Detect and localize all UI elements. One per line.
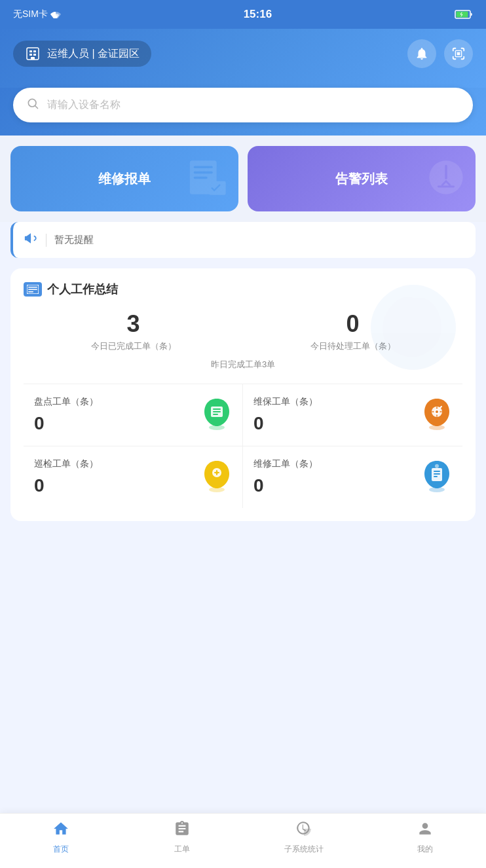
user-info[interactable]: 运维人员 | 金证园区 xyxy=(13,41,151,67)
search-placeholder: 请输入设备名称 xyxy=(47,98,460,112)
notice-divider xyxy=(46,234,47,247)
bottom-nav: 首页 工单 子系统统计 我的 xyxy=(0,813,486,868)
header: 运维人员 | 金证园区 xyxy=(0,29,486,88)
svg-rect-6 xyxy=(29,54,32,56)
inspection-icon xyxy=(202,458,232,496)
nav-stats-label: 子系统统计 xyxy=(284,844,324,855)
user-role-location: 运维人员 | 金证园区 xyxy=(47,47,140,61)
carrier-text: 无SIM卡 xyxy=(13,9,61,20)
notice-text: 暂无提醒 xyxy=(54,234,94,246)
alert-card[interactable]: 告警列表 xyxy=(248,146,476,211)
action-cards: 维修报单 告警列表 xyxy=(0,136,486,222)
nav-mine-label: 我的 xyxy=(417,844,433,855)
alert-label: 告警列表 xyxy=(335,170,388,188)
svg-rect-26 xyxy=(213,414,218,415)
svg-point-33 xyxy=(215,471,218,474)
building-icon xyxy=(25,46,41,62)
search-icon xyxy=(26,97,39,113)
work-summary-title-text: 个人工作总结 xyxy=(47,281,118,297)
workorder-icon xyxy=(174,820,191,841)
repair-order-icon xyxy=(422,458,452,496)
work-summary-card: 个人工作总结 3 今日已完成工单（条） 0 今日待处理工单（条） 昨日完成工单3… xyxy=(10,268,476,521)
scan-button[interactable] xyxy=(444,39,473,68)
svg-rect-20 xyxy=(28,289,37,291)
svg-rect-21 xyxy=(28,291,33,293)
summary-title-icon xyxy=(24,282,42,297)
notification-button[interactable] xyxy=(407,39,436,68)
scan-icon xyxy=(451,46,466,61)
completed-today-label: 今日已完成工单（条） xyxy=(91,340,176,352)
repair-order-item: 维修工单（条） 0 xyxy=(243,446,462,508)
user-icon xyxy=(417,820,434,841)
svg-rect-15 xyxy=(194,177,208,179)
inspection-order-item: 巡检工单（条） 0 xyxy=(24,446,243,508)
svg-rect-7 xyxy=(33,54,36,56)
nav-home[interactable]: 首页 xyxy=(35,820,87,855)
svg-rect-4 xyxy=(29,50,32,52)
battery-indicator xyxy=(455,10,473,19)
completed-today-number: 3 xyxy=(91,310,176,338)
search-box[interactable]: 请输入设备名称 xyxy=(13,88,473,122)
nav-workorder[interactable]: 工单 xyxy=(156,820,208,855)
svg-rect-14 xyxy=(194,172,213,174)
status-time: 15:16 xyxy=(244,8,272,21)
svg-rect-24 xyxy=(213,408,221,410)
svg-rect-38 xyxy=(434,476,438,477)
svg-rect-37 xyxy=(434,473,440,475)
nav-mine[interactable]: 我的 xyxy=(399,820,451,855)
stats-icon xyxy=(295,820,312,841)
svg-rect-25 xyxy=(213,411,221,412)
maintenance-icon xyxy=(422,396,452,434)
card-decoration xyxy=(364,278,462,379)
bell-icon xyxy=(415,46,429,61)
notice-bar: 暂无提醒 xyxy=(10,222,476,258)
maintenance-order-item: 维保工单（条） 0 xyxy=(243,384,462,446)
repair-deco-icon xyxy=(186,154,232,208)
status-bar: 无SIM卡 15:16 xyxy=(0,0,486,29)
svg-rect-13 xyxy=(194,166,213,169)
svg-point-30 xyxy=(436,410,438,413)
megaphone-icon xyxy=(24,231,38,249)
inventory-icon xyxy=(202,396,232,434)
home-icon xyxy=(52,820,69,841)
nav-stats[interactable]: 子系统统计 xyxy=(278,820,330,855)
nav-workorder-label: 工单 xyxy=(174,844,190,855)
header-actions xyxy=(407,39,473,68)
svg-rect-10 xyxy=(457,52,460,56)
work-order-grid: 盘点工单（条） 0 维保工单（条） 0 xyxy=(24,384,462,508)
completed-today-stat: 3 今日已完成工单（条） xyxy=(91,310,176,352)
svg-point-39 xyxy=(435,464,439,468)
repair-card[interactable]: 维修报单 xyxy=(10,146,238,211)
alert-deco-icon xyxy=(423,154,469,208)
svg-rect-36 xyxy=(434,471,440,472)
search-container: 请输入设备名称 xyxy=(0,88,486,136)
inventory-order-item: 盘点工单（条） 0 xyxy=(24,384,243,446)
svg-rect-8 xyxy=(31,57,35,60)
nav-home-label: 首页 xyxy=(53,844,69,855)
repair-label: 维修报单 xyxy=(98,170,151,188)
svg-rect-19 xyxy=(28,287,37,288)
svg-rect-5 xyxy=(33,50,36,52)
